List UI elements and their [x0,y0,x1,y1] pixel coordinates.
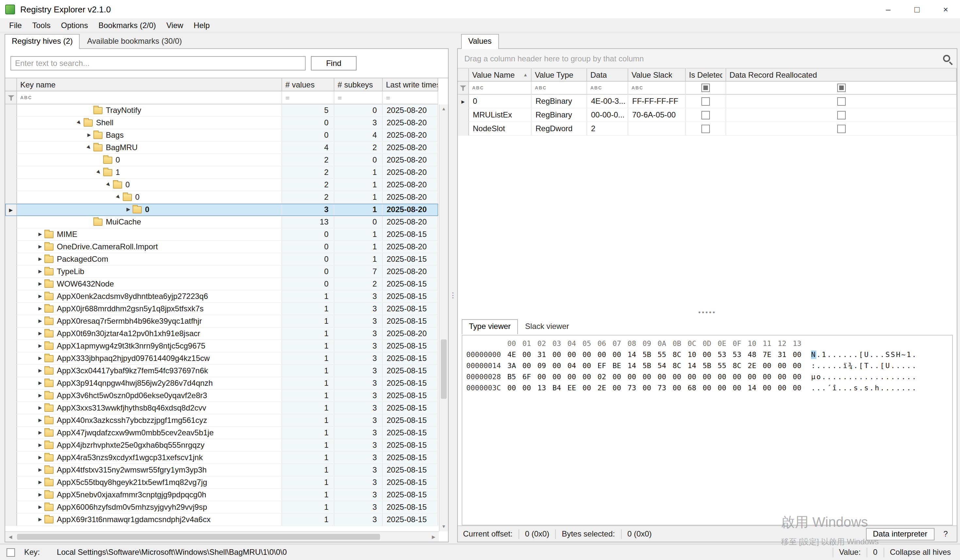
hex-byte[interactable]: 00 [790,360,805,372]
expand-icon[interactable]: ▶ [36,257,45,262]
column-header-key-name[interactable]: Key name [17,78,282,91]
column-header-value-slack[interactable]: Value Slack [628,69,686,81]
key-name-cell[interactable]: ▶AppX3xxs313wwkfjhythsb8q46xdsq8d2cvv [17,402,282,415]
tree-row[interactable]: ▶AppX0jr688mrddhm2gsn5y1q8jpx5tfsxk7s132… [5,303,438,315]
key-name-cell[interactable]: 0 [17,154,282,166]
hex-byte[interactable]: 00 [760,383,774,394]
hex-byte[interactable]: 09 [534,360,549,372]
expand-icon[interactable]: ▶ [36,442,45,448]
tree-row[interactable]: ▶OneDrive.CameraRoll.Import012025-08-20 [5,241,438,253]
tree-row[interactable]: MuiCache1302025-08-20 [5,216,438,228]
scroll-left-arrow-icon[interactable]: ◀ [5,531,16,542]
indeterminate-checkbox[interactable] [701,83,710,92]
hex-byte[interactable]: 00 [654,372,669,383]
text-filter-cell[interactable]: ABC [587,81,628,95]
hex-byte[interactable]: 7E [760,349,774,360]
hex-byte[interactable]: 14 [624,349,639,360]
numeric-filter-cell[interactable]: = [282,91,334,104]
close-button[interactable]: × [931,0,960,18]
hex-byte[interactable]: 00 [609,349,624,360]
expand-icon[interactable]: ▶ [36,294,45,299]
hex-byte[interactable]: 31 [774,349,790,360]
tab-available-bookmarks-30-0[interactable]: Available bookmarks (30/0) [80,34,189,49]
numeric-filter-cell[interactable]: = [334,91,383,104]
horizontal-scroll-thumb[interactable] [17,534,380,540]
tree-row[interactable]: ▶AppX40nx3azkcssh7ybcbzzjpgf1mg561cyz132… [5,415,438,427]
tree-row[interactable]: 0202025-08-20 [5,154,438,166]
hex-byte[interactable]: B4 [549,383,564,394]
hex-byte[interactable]: 00 [714,383,730,394]
hex-byte[interactable]: 00 [790,372,805,383]
help-button[interactable]: ? [940,529,952,538]
hex-byte[interactable]: 14 [744,383,760,394]
menu-item-view[interactable]: View [161,19,189,31]
hex-byte[interactable]: 00 [564,349,579,360]
unchecked-checkbox[interactable] [837,111,845,119]
expand-icon[interactable]: ▶ [36,306,45,311]
column-header-values[interactable]: # values [282,78,334,91]
key-name-cell[interactable]: ▶AppX69r31t6nmawqr1gdamcsndphj2v4a6cx [17,514,282,526]
hex-byte[interactable]: 31 [534,349,549,360]
unchecked-checkbox[interactable] [701,111,710,119]
tree-row[interactable]: TrayNotify502025-08-20 [5,104,438,117]
tree-row[interactable]: ▶Shell032025-08-20 [5,117,438,129]
hex-byte[interactable]: 53 [730,349,744,360]
expand-icon[interactable]: ▶ [36,343,45,349]
hex-byte[interactable]: 00 [564,372,579,383]
key-name-filter-cell[interactable]: ABC [17,91,282,104]
expand-icon[interactable]: ▶ [36,368,45,373]
key-name-cell[interactable]: ▶AppX47jwqdafzcxw9wm0mbb5cev2eav5b1je [17,427,282,439]
tree-row[interactable]: ▶AppX1apmywg4z9t3tk3nrn9y8ntjc5cg9675132… [5,340,438,353]
tree-row[interactable]: ▶AppX3cx04417ybaf9kz7fem54fc937697n6k132… [5,365,438,377]
hex-byte[interactable]: 14 [685,360,699,372]
key-name-cell[interactable]: ▶1 [17,166,282,179]
hex-byte[interactable]: 53 [714,349,730,360]
hex-byte[interactable]: 02 [594,372,609,383]
key-name-cell[interactable]: MuiCache [17,216,282,228]
unchecked-checkbox[interactable] [701,124,710,133]
key-name-cell[interactable]: ▶AppX0resaq7r5ermbh4b96ke39yqc1atfhjr [17,315,282,328]
hex-byte[interactable]: 00 [744,372,760,383]
expand-icon[interactable]: ▶ [36,244,45,249]
key-name-cell[interactable]: ▶AppX0enk2acdsmv8ydhntbtea6yjp27223q6 [17,290,282,303]
key-name-cell[interactable]: ▶AppX4tfstxv315ny2wmswr55fgry1ym3yp3h [17,464,282,477]
value-row[interactable]: ▸0RegBinary4E-00-3...FF-FF-FF-FF [458,95,957,108]
column-header-data[interactable]: Data [587,69,628,81]
hex-byte[interactable]: 5B [639,349,654,360]
expand-icon[interactable]: ▶ [36,281,45,287]
hex-byte[interactable]: 00 [760,372,774,383]
expand-icon[interactable]: ▶ [36,504,45,510]
tree-row[interactable]: ▶AppX69r31t6nmawqr1gdamcsndphj2v4a6cx132… [5,514,438,526]
expand-icon[interactable]: ▶ [36,232,45,237]
hex-byte[interactable]: 8C [730,360,744,372]
column-header-value-type[interactable]: Value Type [531,69,587,81]
collapse-icon[interactable]: ▶ [94,168,104,177]
menu-item-tools[interactable]: Tools [27,19,56,31]
hex-byte[interactable]: 54 [654,360,669,372]
hex-byte[interactable]: 00 [790,383,805,394]
hex-byte[interactable]: 00 [579,372,594,383]
tree-row[interactable]: ▶WOW6432Node022025-08-15 [5,278,438,290]
tree-row[interactable]: ▶AppX4jbzrhvphxte25e0gxha6bq555nrgqzy132… [5,439,438,452]
hex-byte[interactable]: 00 [579,383,594,394]
hex-byte[interactable]: 5B [699,360,714,372]
key-name-cell[interactable]: ▶0 [17,204,282,216]
hex-byte[interactable]: 00 [714,372,730,383]
hex-byte[interactable]: 00 [639,372,654,383]
key-name-cell[interactable]: ▶AppX4jbzrhvphxte25e0gxha6bq555nrgqzy [17,439,282,452]
key-name-cell[interactable]: ▶AppX0jr688mrddhm2gsn5y1q8jpx5tfsxk7s [17,303,282,315]
key-name-cell[interactable]: ▶AppX0t69n30jztar4a12pv0h1xh91e8jsacr [17,328,282,340]
hex-byte[interactable]: 55 [714,360,730,372]
key-name-cell[interactable]: ▶AppX40nx3azkcssh7ybcbzzjpgf1mg561cyz [17,415,282,427]
hex-byte[interactable]: 13 [534,383,549,394]
hex-byte[interactable]: 5B [639,360,654,372]
column-header-data-record-reallocated[interactable]: Data Record Reallocated [726,69,957,81]
expand-icon[interactable]: ▶ [36,455,45,460]
tree-row[interactable]: ▶AppX4tfstxv315ny2wmswr55fgry1ym3yp3h132… [5,464,438,477]
tree-row[interactable]: ▶PackagedCom012025-08-15 [5,253,438,266]
hex-byte[interactable]: 2E [744,360,760,372]
indeterminate-checkbox[interactable] [837,83,845,92]
coll​apse-all-hives-button[interactable]: Collapse all hives [890,547,951,557]
expand-icon[interactable]: ▶ [36,319,45,324]
hex-byte[interactable]: 00 [774,383,790,394]
